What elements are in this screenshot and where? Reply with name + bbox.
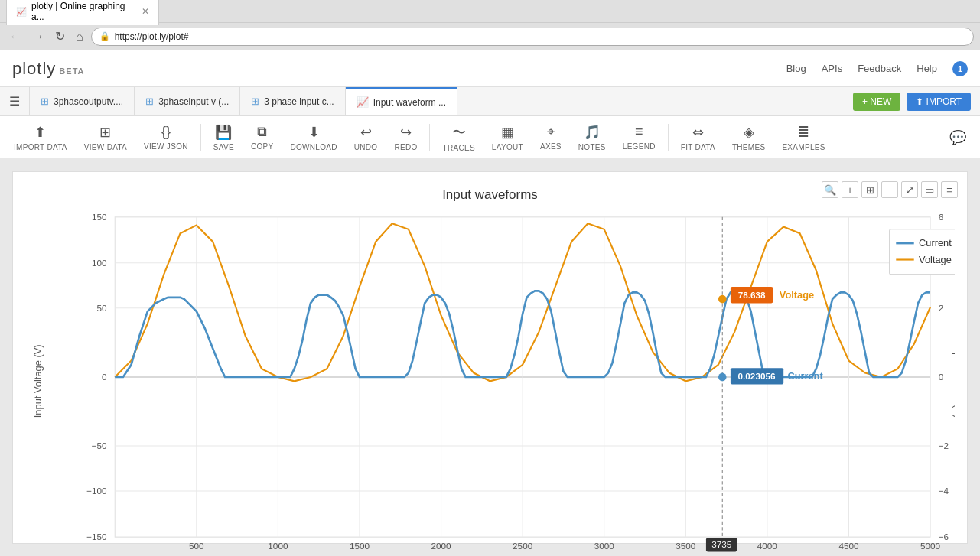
file-tab-4[interactable]: 📈 Input waveform ... bbox=[346, 87, 457, 115]
notification-badge[interactable]: 1 bbox=[952, 61, 968, 76]
download-label: DOWNLOAD bbox=[290, 143, 337, 151]
chart-container: 🔍 + ⊞ − ⤢ ▭ ≡ Input waveforms bbox=[12, 171, 968, 544]
autoscale-button[interactable]: ⤢ bbox=[901, 181, 918, 198]
legend-label: LEGEND bbox=[623, 142, 656, 151]
svg-text:0.023056: 0.023056 bbox=[738, 371, 776, 381]
zoom-button[interactable]: + bbox=[842, 181, 858, 198]
fit-data-label: FIT DATA bbox=[681, 143, 715, 151]
chart-svg: 150 100 50 0 −50 −100 −150 Input Voltage… bbox=[25, 209, 955, 554]
tab-title: plotly | Online graphing a... bbox=[31, 1, 134, 22]
main-content: 🔍 + ⊞ − ⤢ ▭ ≡ Input waveforms bbox=[0, 159, 980, 556]
svg-text:500: 500 bbox=[189, 541, 204, 551]
svg-text:−50: −50 bbox=[92, 441, 107, 450]
svg-text:2: 2 bbox=[939, 303, 944, 313]
file-tab-2[interactable]: ⊞ 3phaseinput v (... bbox=[135, 87, 240, 115]
redo-button[interactable]: ↪ REDO bbox=[386, 121, 425, 154]
file-tab-label-2: 3phaseinput v (... bbox=[158, 96, 229, 107]
legend-icon: ≡ bbox=[635, 124, 643, 140]
blog-link[interactable]: Blog bbox=[786, 63, 806, 74]
help-link[interactable]: Help bbox=[917, 63, 937, 74]
svg-text:0: 0 bbox=[939, 372, 944, 382]
save-button[interactable]: 💾 SAVE bbox=[206, 121, 242, 154]
grid-icon-2: ⊞ bbox=[145, 96, 154, 107]
undo-label: UNDO bbox=[354, 143, 378, 151]
undo-button[interactable]: ↩ UNDO bbox=[347, 121, 386, 154]
axes-button[interactable]: ⌖ AXES bbox=[532, 121, 569, 154]
import-data-label: IMPORT DATA bbox=[14, 143, 67, 151]
view-json-icon: {} bbox=[161, 124, 171, 140]
file-tab-label-3: 3 phase input c... bbox=[264, 96, 334, 107]
fit-data-icon: ⇔ bbox=[692, 124, 704, 141]
redo-label: REDO bbox=[394, 143, 417, 151]
svg-text:Voltage: Voltage bbox=[780, 289, 814, 301]
axes-label: AXES bbox=[540, 142, 562, 151]
new-button[interactable]: + NEW bbox=[853, 93, 900, 111]
svg-text:−150: −150 bbox=[86, 532, 107, 541]
toolbar: ⬆ IMPORT DATA ⊞ VIEW DATA {} VIEW JSON 💾… bbox=[0, 116, 980, 159]
svg-text:6: 6 bbox=[939, 212, 944, 222]
import-data-button[interactable]: ⬆ IMPORT DATA bbox=[6, 121, 75, 154]
file-tab-1[interactable]: ⊞ 3phaseoutputv.... bbox=[30, 87, 135, 115]
download-icon: ⬇ bbox=[308, 124, 320, 141]
browser-tab[interactable]: 📈 plotly | Online graphing a... ✕ bbox=[6, 0, 159, 25]
line-icon-4: 📈 bbox=[357, 96, 369, 108]
app-header: plotly BETA Blog APIs Feedback Help 1 bbox=[0, 50, 980, 87]
legend-button[interactable]: ≡ LEGEND bbox=[615, 121, 663, 154]
svg-text:1500: 1500 bbox=[350, 541, 370, 551]
pan-button[interactable]: ⊞ bbox=[861, 181, 878, 198]
copy-icon: ⧉ bbox=[257, 124, 267, 140]
svg-text:Current: Current bbox=[788, 370, 824, 382]
svg-text:0: 0 bbox=[102, 372, 107, 382]
svg-text:Input Voltage (V): Input Voltage (V) bbox=[32, 344, 44, 418]
view-data-button[interactable]: ⊞ VIEW DATA bbox=[77, 121, 135, 154]
import-data-icon: ⬆ bbox=[34, 124, 46, 141]
save-icon: 💾 bbox=[215, 124, 232, 141]
layout-button[interactable]: ▦ LAYOUT bbox=[484, 121, 531, 154]
toolbar-btn-1[interactable]: ▭ bbox=[921, 181, 938, 198]
plotly-brand-text: plotly bbox=[12, 59, 56, 79]
file-tab-label-4: Input waveform ... bbox=[373, 97, 446, 108]
svg-text:−100: −100 bbox=[86, 486, 107, 496]
copy-button[interactable]: ⧉ COPY bbox=[243, 121, 282, 154]
tab-close-button[interactable]: ✕ bbox=[142, 6, 149, 17]
forward-button[interactable]: → bbox=[29, 28, 47, 45]
import-button[interactable]: ⬆ IMPORT bbox=[907, 93, 971, 111]
comment-button[interactable]: 💬 bbox=[942, 126, 974, 149]
themes-button[interactable]: ◈ THEMES bbox=[724, 121, 773, 154]
svg-text:3735: 3735 bbox=[711, 539, 732, 549]
copy-label: COPY bbox=[251, 142, 274, 151]
svg-text:−4: −4 bbox=[939, 486, 949, 496]
save-label: SAVE bbox=[213, 143, 234, 151]
plotly-logo: plotly BETA bbox=[12, 59, 85, 79]
zoom-out-button[interactable]: − bbox=[881, 181, 898, 198]
fit-data-button[interactable]: ⇔ FIT DATA bbox=[673, 121, 723, 154]
svg-text:78.638: 78.638 bbox=[738, 290, 766, 300]
home-button[interactable]: ⌂ bbox=[73, 28, 86, 45]
feedback-link[interactable]: Feedback bbox=[858, 63, 901, 74]
view-json-button[interactable]: {} VIEW JSON bbox=[136, 121, 196, 154]
toolbar-btn-2[interactable]: ≡ bbox=[941, 181, 958, 198]
traces-button[interactable]: 〜 TRACES bbox=[435, 120, 482, 155]
download-button[interactable]: ⬇ DOWNLOAD bbox=[282, 121, 344, 154]
tabs-actions: + NEW ⬆ IMPORT bbox=[844, 87, 980, 115]
notes-button[interactable]: 🎵 NOTES bbox=[571, 121, 614, 154]
examples-button[interactable]: ≣ EXAMPLES bbox=[774, 121, 832, 154]
toolbar-right: 💬 bbox=[942, 126, 974, 149]
zoom-in-button[interactable]: 🔍 bbox=[822, 181, 838, 198]
chart-title: Input waveforms bbox=[442, 187, 538, 203]
svg-text:Current: Current bbox=[919, 237, 952, 249]
traces-icon: 〜 bbox=[452, 123, 466, 141]
svg-text:Voltage: Voltage bbox=[919, 254, 952, 265]
view-json-label: VIEW JSON bbox=[144, 142, 188, 151]
svg-point-45 bbox=[718, 373, 727, 382]
beta-badge: BETA bbox=[59, 67, 84, 76]
apis-link[interactable]: APIs bbox=[822, 63, 842, 74]
svg-rect-54 bbox=[890, 229, 955, 275]
address-bar[interactable]: 🔒 https://plot.ly/plot# bbox=[91, 28, 974, 46]
refresh-button[interactable]: ↻ bbox=[52, 28, 68, 45]
svg-text:3500: 3500 bbox=[676, 541, 696, 551]
svg-text:4500: 4500 bbox=[838, 541, 859, 551]
back-button[interactable]: ← bbox=[6, 28, 24, 45]
folder-button[interactable]: ☰ bbox=[0, 87, 30, 115]
file-tab-3[interactable]: ⊞ 3 phase input c... bbox=[240, 87, 345, 115]
